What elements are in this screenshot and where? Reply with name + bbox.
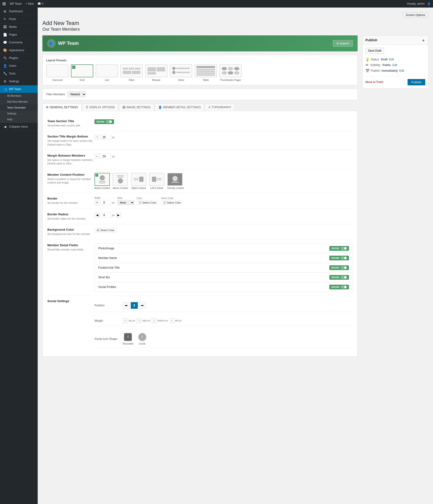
- layout-presets-grid: Carousel ✓ Grid: [46, 64, 354, 81]
- border-width-decrement[interactable]: +: [95, 200, 100, 205]
- margin-members-field[interactable]: [101, 154, 111, 159]
- margin-top-arrow[interactable]: ↑: [123, 318, 128, 323]
- preset-grid[interactable]: ✓ Grid: [71, 64, 93, 81]
- social-margin-row: Margin ↑ top px → right px: [95, 315, 353, 326]
- visibility-edit-link[interactable]: Edit: [392, 63, 397, 67]
- margin-bottom-group-social: ↓ bottom px: [151, 318, 168, 323]
- preset-list[interactable]: List: [96, 64, 118, 81]
- bg-color-picker[interactable]: Select Color: [95, 228, 117, 233]
- sidebar-item-dashboard[interactable]: ⊞ Dashboard: [0, 8, 38, 15]
- setting-desc-detail-fields: Show/Hide member meta fields.: [47, 248, 95, 252]
- toggle-member-name[interactable]: SHOW: [329, 256, 349, 260]
- margin-right-group: → right px: [136, 318, 150, 323]
- new-content-link[interactable]: + New: [26, 2, 34, 5]
- preset-thumbnails-pager[interactable]: Thumbnails Pager: [219, 64, 242, 81]
- position-center-btn[interactable]: ⬆: [131, 302, 138, 309]
- sidebar-item-tools[interactable]: 🔧 Tools: [0, 70, 38, 78]
- user-avatar[interactable]: 👤: [427, 2, 431, 5]
- sidebar-item-users[interactable]: 👤 Users: [0, 62, 38, 70]
- position-left-content[interactable]: Left Content: [149, 173, 165, 189]
- position-right-btn[interactable]: ➡: [139, 302, 146, 309]
- sidebar-item-appearance[interactable]: 🎨 Appearance: [0, 46, 38, 54]
- margin-left-arrow[interactable]: ←: [169, 318, 174, 323]
- position-above-content[interactable]: Above Content: [113, 173, 128, 189]
- tab-display-options[interactable]: ☰ DISPLAY OPTIONS: [82, 104, 118, 111]
- toggle-photo-image[interactable]: SHOW: [329, 246, 349, 251]
- margin-right-arrow[interactable]: →: [136, 318, 142, 323]
- toggle-social-profiles[interactable]: SHOW: [329, 285, 349, 289]
- shape-circle[interactable]: f Circle: [138, 333, 147, 345]
- tab-member-detail-settings[interactable]: 👤 MEMBER DETAIL SETTINGS: [155, 104, 204, 111]
- site-name-link[interactable]: WP Team: [10, 2, 22, 5]
- position-right-content[interactable]: Right Content: [131, 173, 146, 189]
- preset-inline[interactable]: Inline: [170, 64, 192, 81]
- border-hover-color-picker[interactable]: Select Color: [161, 200, 183, 205]
- save-draft-button[interactable]: Save Draft: [365, 48, 384, 54]
- tab-general-settings[interactable]: ⚙ GENERAL SETTINGS: [43, 104, 81, 111]
- publish-time-edit-link[interactable]: Edit: [399, 69, 404, 72]
- status-label: Status:: [371, 58, 380, 61]
- status-value: Draft: [381, 58, 388, 61]
- submenu-add-new-member[interactable]: Add New Member: [0, 99, 38, 105]
- sidebar-item-pages[interactable]: 📄 Pages: [0, 31, 38, 39]
- sidebar-collapse-menu[interactable]: ◀ Collapse menu: [0, 123, 38, 131]
- position-below-content[interactable]: ✓ Below Content: [95, 173, 110, 189]
- sidebar-item-media[interactable]: 🖼 Media: [0, 23, 38, 31]
- toggle-position-job-title[interactable]: SHOW: [329, 265, 349, 270]
- page-header: Add New Team Our Team Members: [43, 20, 428, 32]
- publish-button[interactable]: Publish: [407, 79, 425, 85]
- toggle-short-bio[interactable]: SHOW: [329, 275, 349, 280]
- logo-text: WP Team: [58, 41, 79, 46]
- field-row-social-profiles: Social Profiles SHOW: [95, 282, 353, 292]
- tab-typography[interactable]: A TYPOGRAPHY: [205, 104, 235, 111]
- sidebar-item-plugins[interactable]: 🔌 Plugins: [0, 54, 38, 62]
- shape-rounded[interactable]: f Rounded: [123, 333, 133, 345]
- preset-mosaic[interactable]: Mosaic: [145, 64, 167, 81]
- position-overlay-content[interactable]: Overlay content: [167, 173, 184, 189]
- toggle-team-section-title[interactable]: SHOW: [95, 119, 114, 124]
- sidebar-item-settings[interactable]: ⚙ Settings: [0, 78, 38, 85]
- submenu-all-members[interactable]: All Members: [0, 93, 38, 99]
- setting-label-content-position: Member Content Position: [47, 173, 95, 176]
- margin-bottom-unit: px: [112, 136, 115, 139]
- margin-bottom-field[interactable]: [101, 135, 111, 140]
- publish-collapse-button[interactable]: ▲: [421, 38, 425, 42]
- position-left-btn[interactable]: ⬅: [123, 302, 130, 309]
- border-radius-decrement[interactable]: ◀: [95, 213, 100, 218]
- filter-members-select[interactable]: Newest Oldest A-Z Z-A: [67, 91, 86, 97]
- border-style-select[interactable]: None Solid Dashed Dotted: [117, 200, 134, 205]
- notifications-icon[interactable]: 💬 0: [37, 2, 43, 5]
- border-width-wrap: + px: [95, 200, 115, 205]
- support-button[interactable]: ⊕ Support: [333, 40, 353, 47]
- publish-time-label: Publish: [371, 69, 380, 72]
- preset-table[interactable]: Table: [195, 64, 217, 81]
- settings-panel: Team Section Title Show/Hide team sectio…: [43, 111, 358, 357]
- settings-tabs: ⚙ GENERAL SETTINGS ☰ DISPLAY OPTIONS 🖼 I…: [43, 104, 358, 111]
- social-position-row: Position ⬅ ⬆ ➡: [95, 299, 353, 312]
- margin-members-decrement[interactable]: ←: [95, 154, 100, 159]
- margin-bottom-arrow[interactable]: ↓: [151, 318, 157, 323]
- border-width-field[interactable]: [101, 200, 111, 205]
- wp-logo-icon[interactable]: ⊞: [2, 1, 6, 6]
- border-color-picker[interactable]: Select Color: [137, 200, 159, 205]
- submenu-settings[interactable]: Settings: [0, 111, 38, 117]
- move-to-trash-link[interactable]: Move to Trash: [365, 81, 383, 84]
- margin-bottom-decrement[interactable]: ↑: [95, 135, 100, 140]
- tab-image-settings[interactable]: 🖼 IMAGE SETTINGS: [119, 104, 154, 111]
- filter-members-bar: Filter Members Newest Oldest A-Z Z-A: [43, 89, 358, 100]
- setting-label-bg-color: Background Color: [47, 228, 95, 231]
- screen-options-button[interactable]: Screen Options: [403, 12, 428, 18]
- sidebar-item-wp-team[interactable]: 👥 WP Team All Members Add New Member Tea…: [0, 85, 38, 123]
- preset-carousel[interactable]: Carousel: [46, 64, 69, 81]
- sidebar-item-comments[interactable]: 💬 Comments: [0, 39, 38, 46]
- sidebar-item-posts[interactable]: ✎ Posts: [0, 15, 38, 23]
- status-edit-link[interactable]: Edit: [389, 58, 394, 61]
- social-position-label: Position: [95, 304, 118, 307]
- setting-label-margin-bottom: Section Title Margin Bottom: [47, 135, 95, 138]
- border-radius-increment[interactable]: ▶: [116, 213, 121, 218]
- preset-filter[interactable]: Filter: [120, 64, 143, 81]
- border-radius-field[interactable]: [101, 213, 111, 218]
- submenu-team-generator[interactable]: Team Generator: [0, 105, 38, 111]
- setting-label-detail-fields: Member Detail Fields: [47, 243, 95, 247]
- submenu-help[interactable]: Help: [0, 117, 38, 122]
